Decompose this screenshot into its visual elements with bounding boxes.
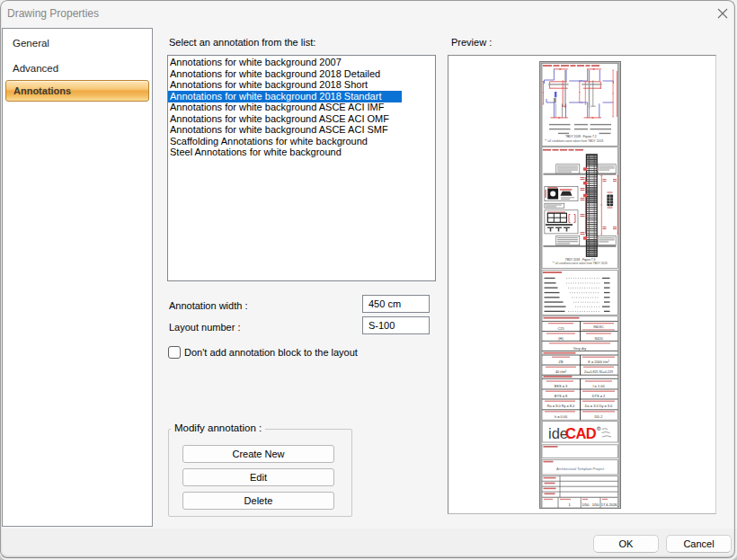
svg-text:** all conditions were taken f: ** all conditions were taken from TBDY 2… — [553, 262, 608, 265]
svg-text:TBDY 2018 - Figure 7.3: TBDY 2018 - Figure 7.3 — [565, 258, 596, 262]
svg-text:I = 1.00: I = 1.00 — [592, 384, 605, 388]
svg-text:S420: S420 — [594, 336, 603, 341]
svg-text:C25: C25 — [557, 326, 564, 331]
svg-text:K = 2000 t/m³: K = 2000 t/m³ — [588, 360, 609, 364]
svg-text:DD-2: DD-2 — [594, 414, 602, 419]
svg-text:** all conditions were taken f: ** all conditions were taken from TBDY 2… — [545, 139, 604, 143]
svg-text:ZB: ZB — [559, 360, 564, 364]
svg-text:Architectural Template Project: Architectural Template Project — [556, 467, 605, 471]
svg-text:1/50 - 1/50: 1/50 - 1/50 — [582, 502, 599, 507]
svg-text:CAD: CAD — [565, 425, 597, 441]
svg-text:BYS = 8: BYS = 8 — [555, 394, 567, 398]
svg-text:(H): (H) — [558, 336, 564, 341]
svg-text:h = 0.00: h = 0.00 — [555, 414, 568, 419]
svg-text:Za=0.825 S1=0.229: Za=0.825 S1=0.229 — [584, 370, 613, 374]
svg-text:Very dry: Very dry — [573, 346, 586, 351]
svg-text:BKS = 3: BKS = 3 — [555, 384, 567, 388]
svg-text:17.6.2026: 17.6.2026 — [601, 502, 618, 507]
svg-text:DTS = 2: DTS = 2 — [592, 394, 605, 398]
svg-text:IND3C: IND3C — [593, 324, 604, 329]
svg-text:Ra = 8.0 Ry = 8.0: Ra = 8.0 Ry = 8.0 — [547, 404, 575, 408]
svg-text:40 t/m²: 40 t/m² — [555, 369, 567, 374]
svg-text:Da = 3.0 Dy = 3.0: Da = 3.0 Dy = 3.0 — [585, 404, 613, 408]
